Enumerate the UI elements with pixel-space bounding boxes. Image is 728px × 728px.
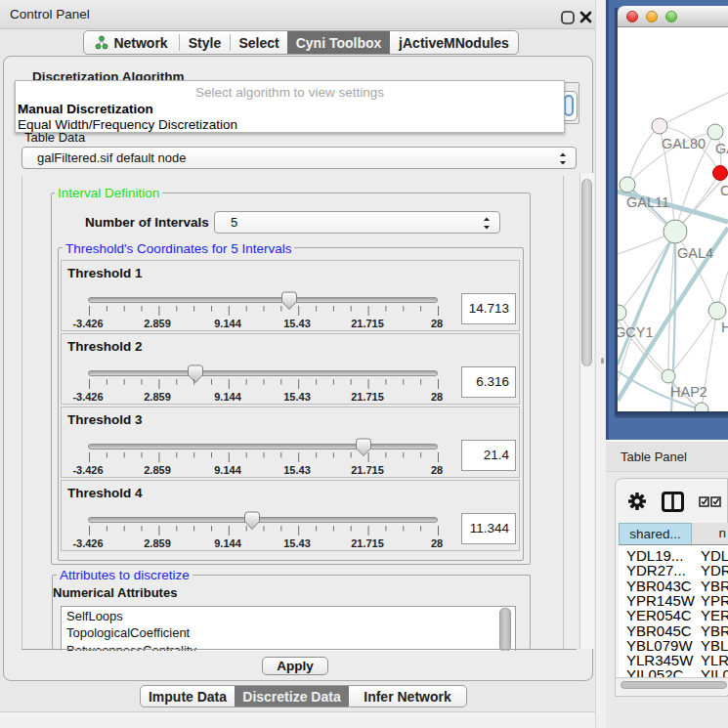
- svg-text:GA: GA: [715, 141, 728, 156]
- svg-text:HAP2: HAP2: [670, 384, 707, 400]
- svg-text:GAL4: GAL4: [677, 245, 713, 261]
- svg-text:H: H: [721, 320, 728, 335]
- svg-text:C: C: [720, 183, 728, 198]
- svg-text:GAL80: GAL80: [662, 136, 706, 151]
- svg-text:GAL11: GAL11: [626, 194, 669, 210]
- svg-text:GCY1: GCY1: [618, 324, 654, 340]
